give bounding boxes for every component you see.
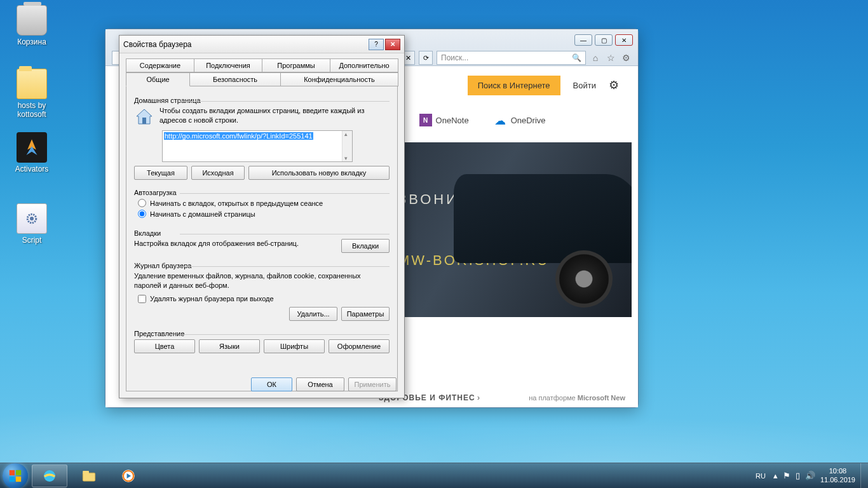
volume-icon[interactable]: 🔊 — [805, 471, 815, 480]
use-current-button[interactable]: Текущая — [134, 166, 187, 180]
home-icon — [134, 106, 154, 126]
tab-connections[interactable]: Подключения — [194, 58, 262, 72]
activators-icon — [17, 132, 47, 163]
trash-icon — [17, 5, 47, 36]
login-link[interactable]: Войти — [573, 81, 596, 90]
homepage-desc: Чтобы создать вкладки домашних страниц, … — [159, 106, 390, 126]
icon-label: Корзина — [8, 37, 56, 46]
use-default-button[interactable]: Исходная — [191, 166, 245, 180]
svg-rect-4 — [16, 470, 21, 475]
tabs-group-label: Вкладки — [134, 229, 390, 237]
shortcut-activators[interactable]: Activators — [8, 132, 56, 173]
accessibility-button[interactable]: Оформление — [329, 339, 390, 353]
tabs-desc: Настройка вкладок для отображения веб-ст… — [134, 239, 335, 248]
msn-search-button[interactable]: Поиск в Интернете — [468, 76, 560, 95]
tab-privacy[interactable]: Конфиденциальность — [280, 72, 398, 86]
tab-content[interactable]: Содержание — [126, 58, 194, 72]
languages-button[interactable]: Языки — [199, 339, 260, 353]
car-image — [441, 149, 632, 314]
cancel-button[interactable]: Отмена — [296, 377, 344, 391]
icon-label: Script — [8, 236, 56, 245]
show-hidden-icon[interactable]: ▴ — [773, 471, 778, 480]
tab-programs[interactable]: Программы — [262, 58, 330, 72]
onenote-icon: N — [419, 114, 432, 126]
taskbar: RU ▴ ⚑ ▯ 🔊 10:08 11.06.2019 — [0, 463, 868, 488]
refresh-button[interactable]: ⟳ — [419, 51, 433, 65]
show-desktop-button[interactable] — [860, 463, 868, 489]
homepage-group-label: Домашняя страница — [134, 97, 390, 104]
use-newtab-button[interactable]: Использовать новую вкладку — [248, 166, 390, 180]
search-input[interactable]: Поиск...🔍 — [437, 51, 586, 65]
network-icon[interactable]: ▯ — [796, 471, 800, 480]
tabs-button[interactable]: Вкладки — [341, 239, 390, 253]
ad-banner[interactable]: ЗВОНИТЕ. MW-BORISHOF.RU — [379, 142, 632, 317]
colors-button[interactable]: Цвета — [134, 339, 195, 353]
maximize-button[interactable]: ▢ — [595, 34, 613, 46]
taskbar-media-player[interactable] — [111, 464, 146, 487]
check-delete-on-exit[interactable]: Удалять журнал браузера при выходе — [138, 295, 390, 303]
svg-rect-9 — [83, 470, 89, 473]
svg-point-1 — [30, 217, 34, 220]
action-center-icon[interactable]: ⚑ — [783, 471, 790, 480]
svg-rect-2 — [142, 118, 146, 124]
delete-button[interactable]: Удалить... — [289, 307, 337, 321]
icon-label: hosts by kottosoft — [8, 101, 56, 119]
fonts-button[interactable]: Шрифты — [264, 339, 325, 353]
dialog-close-button[interactable]: ✕ — [385, 39, 400, 50]
svg-rect-5 — [10, 476, 15, 481]
internet-options-dialog: Свойства браузера ? ✕ Содержание Подключ… — [119, 35, 405, 398]
svg-rect-3 — [10, 470, 15, 475]
chevron-right-icon[interactable]: › — [477, 393, 480, 402]
tab-advanced[interactable]: Дополнительно — [330, 58, 398, 72]
history-group-label: Журнал браузера — [134, 262, 390, 269]
startup-group-label: Автозагрузка — [134, 189, 390, 196]
taskbar-explorer[interactable] — [71, 464, 107, 487]
appearance-group-label: Представление — [134, 330, 390, 337]
clock[interactable]: 10:08 11.06.2019 — [820, 467, 855, 484]
dialog-title: Свойства браузера — [123, 40, 369, 49]
platform-label: на платформе Microsoft New — [529, 394, 625, 402]
settings-button[interactable]: Параметры — [341, 307, 390, 321]
ok-button[interactable]: ОК — [251, 377, 292, 391]
start-button[interactable] — [3, 463, 28, 489]
help-button[interactable]: ? — [369, 39, 384, 50]
history-desc: Удаление временных файлов, журнала, файл… — [134, 271, 390, 291]
apply-button[interactable]: Применить — [348, 377, 397, 391]
language-indicator[interactable]: RU — [753, 471, 768, 481]
service-onenote[interactable]: NOneNote — [419, 114, 469, 126]
radio-start-home[interactable]: Начинать с домашней страницы — [138, 210, 390, 218]
gear-icon — [17, 203, 47, 234]
icon-label: Activators — [8, 165, 56, 173]
tab-general[interactable]: Общие — [126, 72, 190, 86]
svg-rect-6 — [16, 476, 21, 481]
home-icon[interactable]: ⌂ — [590, 52, 601, 64]
tools-icon[interactable]: ⚙ — [620, 52, 632, 64]
onedrive-icon: ☁ — [494, 114, 507, 126]
favorites-icon[interactable]: ☆ — [605, 52, 616, 64]
close-button[interactable]: ✕ — [615, 34, 633, 46]
svg-rect-8 — [83, 473, 95, 481]
tab-security[interactable]: Безопасность — [189, 72, 281, 86]
minimize-button[interactable]: — — [574, 34, 592, 46]
msn-settings-icon[interactable]: ⚙ — [609, 78, 619, 92]
folder-hosts[interactable]: hosts by kottosoft — [8, 69, 56, 119]
recycle-bin[interactable]: Корзина — [8, 5, 56, 46]
radio-start-tabs[interactable]: Начинать с вкладок, открытых в предыдуще… — [138, 199, 390, 207]
scrollbar[interactable] — [342, 131, 352, 161]
shortcut-script[interactable]: Script — [8, 203, 56, 245]
dialog-titlebar[interactable]: Свойства браузера ? ✕ — [119, 36, 404, 53]
folder-icon — [17, 69, 47, 99]
homepage-url-input[interactable]: http://go.microsoft.com/fwlink/p/?LinkId… — [162, 130, 353, 162]
service-onedrive[interactable]: ☁OneDrive — [494, 114, 546, 126]
taskbar-ie[interactable] — [32, 464, 67, 487]
